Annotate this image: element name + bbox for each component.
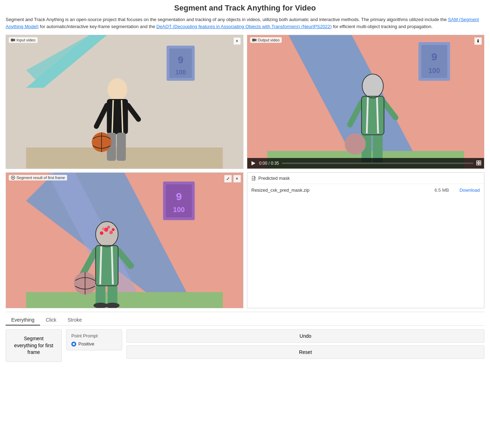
point-prompt-box: Point Prompt Positive xyxy=(66,329,122,350)
input-video-frame: 9 100 xyxy=(6,35,243,169)
input-close-button[interactable]: × xyxy=(233,37,241,45)
svg-rect-43 xyxy=(479,161,481,163)
output-video-icon xyxy=(252,38,256,42)
svg-point-61 xyxy=(102,228,105,230)
svg-marker-1 xyxy=(14,39,15,41)
svg-rect-20 xyxy=(252,39,255,41)
svg-point-62 xyxy=(112,228,115,231)
video-icon xyxy=(11,38,15,42)
input-video-panel: Input video × 9 100 xyxy=(6,35,243,169)
radio-dot xyxy=(71,342,76,347)
mask-file-row: Resized_cxk_pred_mask.zip 6.5 MB Downloa… xyxy=(247,184,484,196)
play-button[interactable] xyxy=(250,160,256,166)
svg-point-59 xyxy=(100,231,103,235)
radio-dot-inner xyxy=(73,343,75,345)
svg-point-38 xyxy=(345,133,366,154)
segment-close-button[interactable]: × xyxy=(233,175,241,183)
svg-point-47 xyxy=(12,177,14,178)
output-video-label: Output video xyxy=(250,37,282,43)
svg-text:100: 100 xyxy=(175,69,186,76)
svg-text:9: 9 xyxy=(178,54,183,65)
segment-result-frame: 9 100 xyxy=(6,173,243,308)
segment-everything-button[interactable]: Segment everything for first frame xyxy=(6,329,62,362)
output-video-panel: Output video ⬇ 9 100 xyxy=(247,35,485,169)
predicted-mask-header: Predicted mask xyxy=(247,173,484,184)
positive-radio[interactable]: Positive xyxy=(71,341,117,347)
svg-rect-68 xyxy=(96,284,105,305)
svg-text:100: 100 xyxy=(428,67,440,74)
progress-bar[interactable] xyxy=(282,163,473,164)
video-controls: 0:00 / 0:35 xyxy=(247,158,484,169)
download-link[interactable]: Download xyxy=(459,187,480,193)
output-video-frame: 9 100 xyxy=(247,35,484,169)
file-icon xyxy=(251,176,256,181)
tab-stroke[interactable]: Stroke xyxy=(62,315,87,325)
mask-filename: Resized_cxk_pred_mask.zip xyxy=(251,187,431,193)
point-prompt-label: Point Prompt xyxy=(71,333,117,338)
svg-rect-51 xyxy=(26,292,223,308)
undo-button[interactable]: Undo xyxy=(126,329,484,343)
svg-point-60 xyxy=(107,226,110,229)
svg-text:9: 9 xyxy=(176,191,182,202)
segment-expand-button[interactable]: ⤢ xyxy=(224,175,232,183)
svg-point-58 xyxy=(109,231,113,234)
tab-click[interactable]: Click xyxy=(40,315,62,325)
output-download-button[interactable]: ⬇ xyxy=(474,37,482,45)
svg-line-64 xyxy=(100,246,101,284)
page-title: Segment and Track Anything for Video xyxy=(6,4,484,13)
tab-everything[interactable]: Everything xyxy=(6,315,40,325)
svg-marker-41 xyxy=(251,161,255,165)
input-video-label: Input video xyxy=(9,37,38,43)
svg-rect-69 xyxy=(107,284,117,305)
svg-rect-11 xyxy=(107,99,128,134)
svg-rect-45 xyxy=(479,163,481,165)
segment-result-label: Segment result of first frame xyxy=(9,175,67,180)
svg-line-33 xyxy=(377,97,378,133)
output-panel-controls: ⬇ xyxy=(474,37,482,45)
tabs-container: Everything Click Stroke Segment everythi… xyxy=(6,312,484,362)
segment-panel-controls: ⤢ × xyxy=(224,175,241,183)
svg-rect-44 xyxy=(477,163,478,165)
svg-text:9: 9 xyxy=(431,51,437,62)
action-buttons: Undo Reset xyxy=(126,329,484,359)
segment-result-panel: Segment result of first frame ⤢ × 9 100 xyxy=(6,172,243,308)
input-panel-controls: × xyxy=(233,37,241,45)
svg-rect-31 xyxy=(361,96,384,135)
svg-marker-21 xyxy=(255,39,256,41)
svg-rect-42 xyxy=(477,161,478,163)
deaot-link[interactable]: DeAOT (Decoupling features in Associatin… xyxy=(156,24,332,29)
description: Segment and Track Anything is an open-so… xyxy=(6,16,484,30)
reset-button[interactable]: Reset xyxy=(126,345,484,359)
positive-label: Positive xyxy=(78,341,94,347)
svg-text:100: 100 xyxy=(173,206,185,213)
time-display: 0:00 / 0:35 xyxy=(259,161,279,166)
controls-row: Segment everything for first frame Point… xyxy=(6,329,484,362)
right-panel: Predicted mask Resized_cxk_pred_mask.zip… xyxy=(247,172,485,308)
svg-rect-0 xyxy=(11,39,14,41)
svg-rect-63 xyxy=(96,245,118,286)
segment-icon xyxy=(11,176,15,180)
fullscreen-button[interactable] xyxy=(476,160,481,166)
tabs: Everything Click Stroke xyxy=(6,315,484,326)
svg-point-10 xyxy=(107,78,127,101)
svg-rect-17 xyxy=(117,133,126,161)
svg-line-65 xyxy=(112,246,113,284)
svg-line-32 xyxy=(367,97,368,133)
mask-filesize: 6.5 MB xyxy=(435,187,449,193)
